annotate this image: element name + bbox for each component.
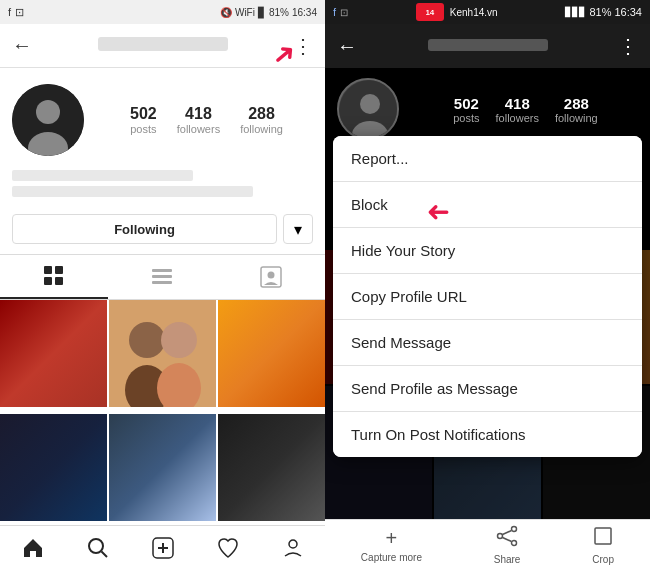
stat-posts: 502 posts <box>130 105 157 135</box>
stats-row-right: 502 posts 418 followers 288 following <box>413 95 638 124</box>
dropdown-item-block[interactable]: Block <box>333 182 642 228</box>
follow-dropdown-left[interactable]: ▾ <box>283 214 313 244</box>
following-num-right: 288 <box>564 95 589 112</box>
kenh14-area: 14 Kenh14.vn <box>416 3 498 21</box>
battery-right: 81% <box>589 6 611 18</box>
dropdown-item-report[interactable]: Report... <box>333 136 642 182</box>
stat-followers-right: 418 followers <box>496 95 539 124</box>
dropdown-item-notifications[interactable]: Turn On Post Notifications <box>333 412 642 457</box>
status-icons-right: 🔇 WiFi ▊ 81% 16:34 <box>220 7 317 18</box>
status-right-icons: ▊▊▊ 81% 16:34 <box>565 6 642 18</box>
action-share[interactable]: Share <box>494 525 521 565</box>
photo-cell-4[interactable] <box>0 414 107 521</box>
nav-home[interactable] <box>0 526 65 569</box>
heart-icon <box>216 536 240 560</box>
svg-point-27 <box>498 533 503 538</box>
followers-num: 418 <box>185 105 212 123</box>
time-left: 16:34 <box>292 7 317 18</box>
back-button-right[interactable]: ← <box>337 35 357 58</box>
fb-icon-right: f <box>333 6 336 18</box>
more-options-right[interactable]: ⋮ <box>618 34 638 58</box>
right-bottom-bar: + Capture more Share <box>325 519 650 569</box>
following-button-left[interactable]: Following <box>12 214 277 244</box>
right-panel: f ⊡ 14 Kenh14.vn ▊▊▊ 81% 16:34 ← ⋮ <box>325 0 650 569</box>
action-crop[interactable]: Crop <box>592 525 614 565</box>
svg-rect-9 <box>152 281 172 284</box>
photo-cell-6[interactable] <box>218 414 325 521</box>
profile-icon <box>281 536 305 560</box>
following-label: following <box>240 123 283 135</box>
stats-row-left: 502 posts 418 followers 288 following <box>100 105 313 135</box>
grid-icon <box>43 265 65 287</box>
follow-btn-row-left: Following ▾ <box>0 210 325 254</box>
svg-line-18 <box>101 551 107 557</box>
tab-list[interactable] <box>108 255 216 299</box>
svg-point-26 <box>512 526 517 531</box>
wifi-icon: WiFi <box>235 7 255 18</box>
photo-cell-1[interactable] <box>0 300 107 407</box>
username-placeholder-right <box>428 39 548 51</box>
share-label: Share <box>494 554 521 565</box>
svg-point-22 <box>289 540 297 548</box>
dropdown-item-send-profile[interactable]: Send Profile as Message <box>333 366 642 412</box>
dropdown-item-copy-url[interactable]: Copy Profile URL <box>333 274 642 320</box>
svg-rect-31 <box>595 528 611 544</box>
search-icon <box>86 536 110 560</box>
avatar-svg-right <box>339 80 399 140</box>
nav-add[interactable] <box>130 526 195 569</box>
svg-rect-8 <box>152 275 172 278</box>
photo-cell-2[interactable] <box>109 300 216 407</box>
svg-point-24 <box>360 94 380 114</box>
bio-line-2 <box>12 186 253 197</box>
avatar-svg <box>12 84 84 156</box>
svg-point-13 <box>129 322 165 358</box>
red-arrow-right: ➜ <box>427 195 450 228</box>
svg-rect-5 <box>44 277 52 285</box>
svg-point-28 <box>512 540 517 545</box>
messenger-icon: ⊡ <box>15 6 24 19</box>
svg-point-11 <box>267 272 274 279</box>
time-right: 16:34 <box>614 6 642 18</box>
action-capture[interactable]: + Capture more <box>361 527 422 563</box>
battery-label: 81% <box>269 7 289 18</box>
avatar-right <box>337 78 399 140</box>
dropdown-item-send-message[interactable]: Send Message <box>333 320 642 366</box>
photo-grid-left <box>0 300 325 525</box>
back-button-left[interactable]: ← <box>12 34 32 57</box>
capture-icon: + <box>386 527 398 550</box>
svg-line-29 <box>503 530 512 534</box>
username-placeholder <box>98 37 228 51</box>
nav-search[interactable] <box>65 526 130 569</box>
followers-num-right: 418 <box>505 95 530 112</box>
home-icon <box>21 536 45 560</box>
kenh14-name: Kenh14.vn <box>450 7 498 18</box>
share-icon <box>496 525 518 552</box>
photo-cell-3[interactable] <box>218 300 325 407</box>
crop-icon <box>592 525 614 552</box>
status-bar-left: f ⊡ 🔇 WiFi ▊ 81% 16:34 <box>0 0 325 24</box>
username-area <box>32 37 293 55</box>
tab-row-left <box>0 254 325 300</box>
fb-icon: f <box>8 6 11 18</box>
list-icon <box>151 266 173 288</box>
stat-followers: 418 followers <box>177 105 220 135</box>
tab-grid[interactable] <box>0 255 108 299</box>
bottom-nav-left <box>0 525 325 569</box>
left-panel: f ⊡ 🔇 WiFi ▊ 81% 16:34 ← ⋮ ➜ <box>0 0 325 569</box>
photo-cell-5[interactable] <box>109 414 216 521</box>
nav-likes[interactable] <box>195 526 260 569</box>
status-bar-right: f ⊡ 14 Kenh14.vn ▊▊▊ 81% 16:34 <box>325 0 650 24</box>
posts-label-right: posts <box>453 112 479 124</box>
svg-rect-6 <box>55 277 63 285</box>
crop-label: Crop <box>592 554 614 565</box>
profile-section-left: 502 posts 418 followers 288 following <box>0 68 325 166</box>
svg-rect-3 <box>44 266 52 274</box>
fb-messenger-icon-right: ⊡ <box>340 7 348 18</box>
status-icons-left: f ⊡ <box>8 6 24 19</box>
following-label-right: following <box>555 112 598 124</box>
top-nav-right: ← ⋮ <box>325 24 650 68</box>
svg-line-30 <box>503 537 512 541</box>
tab-tagged[interactable] <box>217 255 325 299</box>
dropdown-item-hide-story[interactable]: Hide Your Story <box>333 228 642 274</box>
nav-profile[interactable] <box>260 526 325 569</box>
